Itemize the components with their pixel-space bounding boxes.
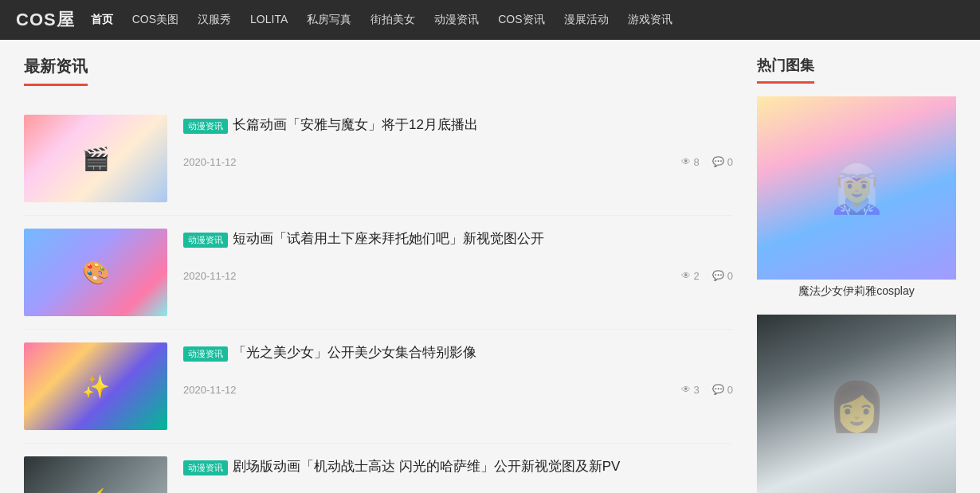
page-wrapper: 最新资讯 🎬动漫资讯长篇动画「安雅与魔女」将于12月底播出2020-11-12👁… [12,40,968,493]
news-item: 🎨动漫资讯短动画「试着用土下座来拜托她们吧」新视觉图公开2020-11-12👁 … [24,216,733,330]
news-body: 动漫资讯短动画「试着用土下座来拜托她们吧」新视觉图公开2020-11-12👁 2… [183,229,733,282]
news-stats: 👁 8💬 0 [681,156,733,168]
sidebar-image: 🧝‍♀️ [757,96,956,280]
news-body: 动漫资讯长篇动画「安雅与魔女」将于12月底播出2020-11-12👁 8💬 0 [183,115,733,168]
nav-link[interactable]: 街拍美女 [370,13,415,25]
comment-stat: 💬 0 [712,384,733,396]
news-meta: 2020-11-12👁 8💬 0 [183,140,733,168]
news-meta: 2020-11-12👁 5💬 0 [183,482,733,494]
site-logo[interactable]: COS屋 [16,8,75,32]
news-thumbnail[interactable]: 🎨 [24,229,167,316]
nav-item: 私房写真 [307,13,351,27]
news-list: 🎬动漫资讯长篇动画「安雅与魔女」将于12月底播出2020-11-12👁 8💬 0… [24,102,733,493]
main-content: 最新资讯 🎬动漫资讯长篇动画「安雅与魔女」将于12月底播出2020-11-12👁… [24,56,733,493]
news-stats: 👁 2💬 0 [681,270,733,282]
nav-link[interactable]: 首页 [91,13,113,25]
news-title-line: 动漫资讯剧场版动画「机动战士高达 闪光的哈萨维」公开新视觉图及新PV [183,456,733,477]
nav-link[interactable]: 动漫资讯 [434,13,479,25]
comment-icon: 💬 [712,384,724,395]
nav-item: 漫展活动 [564,13,609,27]
navigation: COS屋 首页COS美图汉服秀LOLITA私房写真街拍美女动漫资讯COS资讯漫展… [0,0,980,40]
news-title-text[interactable]: 剧场版动画「机动战士高达 闪光的哈萨维」公开新视觉图及新PV [233,459,620,474]
news-meta: 2020-11-12👁 3💬 0 [183,368,733,396]
sidebar-caption: 魔法少女伊莉雅cosplay [757,280,956,308]
sidebar-img-container[interactable]: 👩 [757,315,956,493]
nav-item: 首页 [91,13,113,27]
news-date: 2020-11-12 [183,156,237,168]
nav-link[interactable]: LOLITA [250,13,288,25]
sidebar-items: 🧝‍♀️魔法少女伊莉雅cosplay👩 [757,96,956,493]
news-body: 动漫资讯剧场版动画「机动战士高达 闪光的哈萨维」公开新视觉图及新PV2020-1… [183,456,733,493]
views-stat: 👁 3 [681,384,700,396]
news-thumbnail[interactable]: 🎬 [24,115,167,202]
nav-item: 汉服秀 [198,13,231,27]
news-item: ✨动漫资讯「光之美少女」公开美少女集合特别影像2020-11-12👁 3💬 0 [24,330,733,444]
news-stats: 👁 3💬 0 [681,384,733,396]
sidebar-image: 👩 [757,315,956,493]
nav-link[interactable]: 汉服秀 [198,13,231,25]
eye-icon: 👁 [681,156,691,167]
news-thumbnail[interactable]: ⚡ [24,456,167,493]
news-tag: 动漫资讯 [183,119,228,134]
nav-links: 首页COS美图汉服秀LOLITA私房写真街拍美女动漫资讯COS资讯漫展活动游戏资… [91,13,672,27]
comment-stat: 💬 0 [712,156,733,168]
section-title: 最新资讯 [24,56,88,86]
news-item: 🎬动漫资讯长篇动画「安雅与魔女」将于12月底播出2020-11-12👁 8💬 0 [24,102,733,216]
nav-item: 街拍美女 [370,13,415,27]
nav-item: 游戏资讯 [628,13,672,27]
news-date: 2020-11-12 [183,384,237,396]
sidebar: 热门图集 🧝‍♀️魔法少女伊莉雅cosplay👩 [757,56,956,493]
nav-item: LOLITA [250,13,288,27]
comment-icon: 💬 [712,156,724,167]
nav-item: COS资讯 [498,13,544,27]
news-title-text[interactable]: 长篇动画「安雅与魔女」将于12月底播出 [233,117,478,132]
nav-link[interactable]: 游戏资讯 [628,13,672,25]
news-meta: 2020-11-12👁 2💬 0 [183,254,733,282]
nav-link[interactable]: 私房写真 [307,13,351,25]
nav-item: 动漫资讯 [434,13,479,27]
news-title-text[interactable]: 短动画「试着用土下座来拜托她们吧」新视觉图公开 [233,231,544,246]
nav-link[interactable]: 漫展活动 [564,13,609,25]
eye-icon: 👁 [681,384,691,395]
news-title-line: 动漫资讯长篇动画「安雅与魔女」将于12月底播出 [183,115,733,135]
sidebar-title: 热门图集 [757,56,814,84]
news-thumbnail[interactable]: ✨ [24,342,167,430]
nav-link[interactable]: COS美图 [132,13,178,25]
news-tag: 动漫资讯 [183,346,228,362]
eye-icon: 👁 [681,270,691,281]
news-title-line: 动漫资讯「光之美少女」公开美少女集合特别影像 [183,342,733,363]
comment-stat: 💬 0 [712,270,733,282]
news-title-line: 动漫资讯短动画「试着用土下座来拜托她们吧」新视觉图公开 [183,229,733,249]
nav-item: COS美图 [132,13,178,27]
comment-icon: 💬 [712,270,724,281]
sidebar-img-container[interactable]: 🧝‍♀️魔法少女伊莉雅cosplay [757,96,956,308]
news-date: 2020-11-12 [183,270,237,282]
news-item: ⚡动漫资讯剧场版动画「机动战士高达 闪光的哈萨维」公开新视觉图及新PV2020-… [24,444,733,493]
nav-link[interactable]: COS资讯 [498,13,544,25]
news-tag: 动漫资讯 [183,460,228,475]
views-stat: 👁 8 [681,156,700,168]
views-stat: 👁 2 [681,270,700,282]
news-tag: 动漫资讯 [183,233,228,248]
news-title-text[interactable]: 「光之美少女」公开美少女集合特别影像 [233,345,476,360]
news-body: 动漫资讯「光之美少女」公开美少女集合特别影像2020-11-12👁 3💬 0 [183,342,733,396]
